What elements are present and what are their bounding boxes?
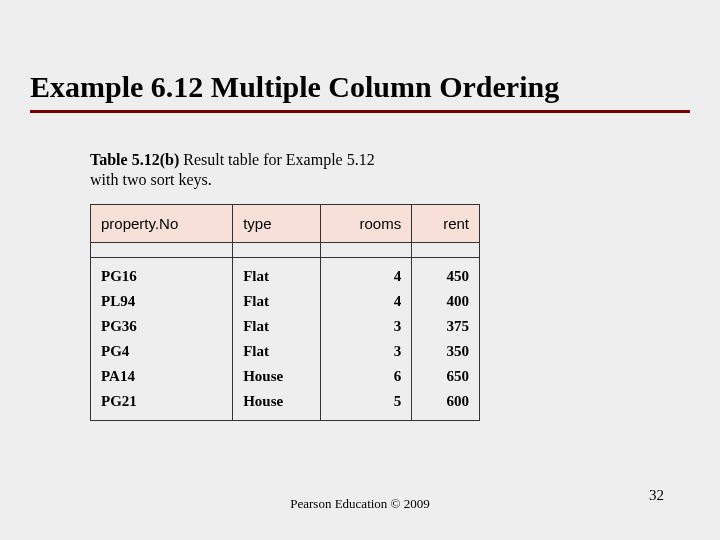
cell-propertyno: PL94: [91, 289, 233, 314]
table-row: PL94 Flat 4 400: [91, 289, 480, 314]
cell-rooms: 6: [321, 364, 412, 389]
table-row: PG36 Flat 3 375: [91, 314, 480, 339]
cell-propertyno: PG4: [91, 339, 233, 364]
result-table: property.No type rooms rent PG16 Flat 4 …: [90, 204, 480, 421]
cell-rooms: 4: [321, 289, 412, 314]
cell-rent: 350: [412, 339, 480, 364]
table-caption: Table 5.12(b) Result table for Example 5…: [90, 150, 490, 190]
table-row: PA14 House 6 650: [91, 364, 480, 389]
title-underline: [30, 110, 690, 113]
cell-type: Flat: [233, 289, 321, 314]
table-number: Table 5.12(b): [90, 151, 179, 168]
col-header-rent: rent: [412, 205, 480, 243]
cell-rent: 400: [412, 289, 480, 314]
col-header-type: type: [233, 205, 321, 243]
cell-type: House: [233, 364, 321, 389]
table-row: PG16 Flat 4 450: [91, 258, 480, 290]
cell-rooms: 4: [321, 258, 412, 290]
cell-rooms: 3: [321, 314, 412, 339]
cell-rooms: 5: [321, 389, 412, 421]
cell-type: Flat: [233, 258, 321, 290]
cell-rent: 375: [412, 314, 480, 339]
cell-propertyno: PA14: [91, 364, 233, 389]
cell-rooms: 3: [321, 339, 412, 364]
caption-line2: with two sort keys.: [90, 171, 212, 188]
cell-rent: 450: [412, 258, 480, 290]
cell-propertyno: PG16: [91, 258, 233, 290]
cell-type: Flat: [233, 314, 321, 339]
footer: Pearson Education © 2009: [0, 496, 720, 512]
table-figure: Table 5.12(b) Result table for Example 5…: [90, 150, 490, 421]
col-header-propertyno: property.No: [91, 205, 233, 243]
table-header-row: property.No type rooms rent: [91, 205, 480, 243]
cell-rent: 650: [412, 364, 480, 389]
slide-title: Example 6.12 Multiple Column Ordering: [30, 70, 690, 110]
table-row: PG4 Flat 3 350: [91, 339, 480, 364]
cell-propertyno: PG21: [91, 389, 233, 421]
cell-type: House: [233, 389, 321, 421]
cell-rent: 600: [412, 389, 480, 421]
page-number: 32: [649, 487, 664, 504]
cell-propertyno: PG36: [91, 314, 233, 339]
caption-line1: Result table for Example 5.12: [179, 151, 375, 168]
col-header-rooms: rooms: [321, 205, 412, 243]
table-row: PG21 House 5 600: [91, 389, 480, 421]
cell-type: Flat: [233, 339, 321, 364]
